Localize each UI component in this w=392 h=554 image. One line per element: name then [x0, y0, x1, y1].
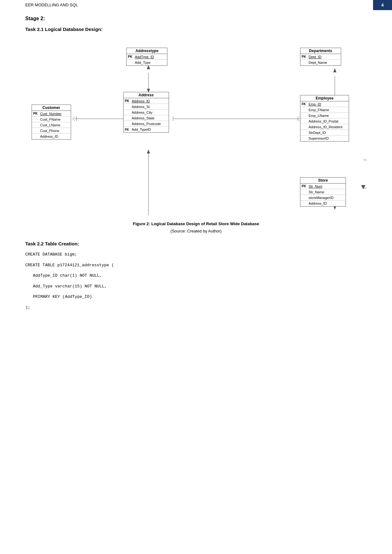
table-title-address: Address	[124, 92, 169, 98]
erd-table-address: Address PK Address_ID Address_St Address…	[123, 92, 169, 133]
field-name: AddType_ID	[135, 55, 154, 59]
erd-table-departments: Departments PK Dept_ID Dept_Name	[300, 48, 341, 66]
erd-table-customer: Customer PK Cust_Number Cust_FName Cust_…	[32, 105, 71, 140]
svg-line-5	[73, 119, 75, 121]
table-row: Address_ID	[32, 134, 71, 139]
table-row: PK Cust_Number	[32, 111, 71, 117]
table-row: SupervisorID	[300, 135, 349, 141]
field-name: Str_Num	[309, 184, 322, 188]
table-row: PK Dept_ID	[300, 54, 341, 60]
erd-table-employee: Employee FK Emp_ID Emp_FName Emp_LName A…	[300, 95, 349, 142]
field-name: Dept_ID	[309, 55, 321, 59]
table-row: Address_ID	[300, 201, 346, 206]
table-row: FK Add_TypeID	[124, 127, 169, 132]
field-name: StrDept_ID	[309, 131, 326, 135]
table-row: Address_ID_Postal	[300, 118, 349, 124]
field-name: Emp_ID	[309, 102, 321, 106]
field-name: Address_State	[132, 116, 154, 120]
field-name: Cust_Number	[40, 112, 62, 116]
field-name: Address_ID	[309, 202, 327, 205]
task22-heading: Task 2.2 Table Creation:	[25, 241, 367, 246]
table-title-customer: Customer	[32, 105, 71, 111]
pk-label: PK	[302, 55, 307, 58]
code-line4: Add_Type varchar(15) NOT NULL,	[33, 283, 367, 290]
table-row: StrDept_ID	[300, 130, 349, 135]
erd-diagram: Addresstype PK AddType_ID Add_Type Addre…	[25, 38, 367, 215]
pk-label: PK	[302, 184, 307, 188]
field-name: Address_ID	[132, 99, 150, 103]
table-row: PK AddType_ID	[127, 54, 167, 60]
stage-heading: Stage 2:	[25, 16, 367, 21]
field-name: Address_Postcode	[132, 122, 161, 126]
table-row: Address_State	[124, 115, 169, 121]
erd-table-addresstype: Addresstype PK AddType_ID Add_Type	[126, 48, 167, 66]
figure-caption: Figure 2: Logical Database Design of Ret…	[25, 221, 367, 226]
header-title: EER MODELLING AND SQL	[25, 3, 78, 7]
source-caption: (Source: Created by Author)	[25, 229, 367, 233]
code-line2: CREATE TABLE p17244121_addresstype (	[25, 262, 367, 268]
code-line1: CREATE DATABASE bigm;	[25, 251, 367, 258]
table-row: Address_City	[124, 110, 169, 115]
code-line6: );	[25, 304, 367, 311]
code-line3: AddType_ID char(1) NOT NULL,	[33, 273, 367, 279]
table-row: storeManagerID	[300, 195, 346, 201]
table-row: Address_ID_Resident	[300, 124, 349, 130]
pk-label: FK	[125, 128, 130, 131]
table-row: Emp_FName	[300, 107, 349, 113]
page-number: 4	[373, 0, 392, 10]
pk-label: PK	[128, 55, 134, 58]
task21-heading: Task 2.1 Logical Database Design:	[25, 27, 367, 32]
table-row: Cust_LName	[32, 122, 71, 128]
table-row: Add_Type	[127, 60, 167, 65]
field-name: Str_Name	[309, 190, 324, 194]
table-row: Cust_Phone	[32, 128, 71, 134]
field-name: Dept_Name	[309, 61, 327, 64]
svg-marker-21	[147, 149, 150, 154]
table-row: PK Address_ID	[124, 98, 169, 104]
field-name: Add_Type	[135, 61, 151, 64]
table-row: Str_Name	[300, 189, 346, 195]
field-name: Address_St	[132, 105, 150, 109]
table-title-addresstype: Addresstype	[127, 48, 167, 54]
field-name: SupervisorID	[309, 136, 329, 140]
field-name: Address_ID_Resident	[309, 125, 342, 129]
pk-label: PK	[125, 99, 130, 103]
table-row: PK Str_Num	[300, 184, 346, 189]
table-row: Address_St	[124, 104, 169, 110]
pk-label: FK	[302, 102, 307, 106]
table-row: FK Emp_ID	[300, 101, 349, 107]
code-line5: PRIMARY KEY (AddType_ID)	[33, 294, 367, 300]
table-row: Dept_Name	[300, 60, 341, 65]
erd-table-store: Store PK Str_Num Str_Name storeManagerID…	[300, 177, 346, 207]
table-title-employee: Employee	[300, 95, 349, 101]
field-name: Emp_FName	[309, 108, 329, 112]
svg-line-4	[73, 117, 75, 119]
table-row: Address_Postcode	[124, 121, 169, 127]
table-title-departments: Departments	[300, 48, 341, 54]
field-name: Cust_LName	[40, 123, 60, 127]
field-name: Emp_LName	[309, 114, 329, 117]
field-name: Address_ID_Postal	[309, 119, 338, 123]
field-name: Address_City	[132, 111, 152, 114]
field-name: Cust_FName	[40, 117, 61, 121]
table-row: Emp_LName	[300, 113, 349, 118]
svg-marker-15	[333, 68, 336, 72]
field-name: Cust_Phone	[40, 129, 59, 133]
pk-label: PK	[33, 112, 39, 115]
table-row: Cust_FName	[32, 117, 71, 122]
field-name: Add_TypeID	[132, 128, 151, 131]
table-title-store: Store	[300, 178, 346, 184]
field-name: storeManagerID	[309, 196, 334, 200]
svg-marker-16	[361, 185, 365, 189]
field-name: Address_ID	[40, 135, 58, 138]
